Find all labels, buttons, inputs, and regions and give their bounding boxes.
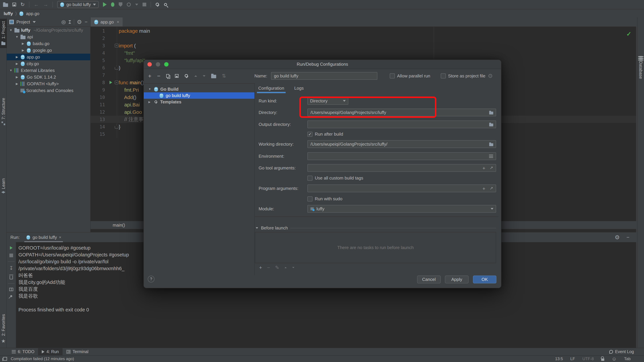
expand-field-icon[interactable]: ↗ (490, 165, 493, 170)
run-tab-go-build-luffy[interactable]: go build luffy × (24, 232, 63, 242)
open-file-icon[interactable] (3, 3, 8, 7)
back-icon[interactable]: ← (34, 2, 39, 7)
context-function[interactable]: main() (113, 223, 125, 228)
sidebar-item-database[interactable]: Database (638, 17, 644, 79)
tree-item-google-go[interactable]: ▶google.go (7, 47, 90, 54)
expander-icon[interactable]: ▶ (15, 62, 19, 65)
expander-icon[interactable]: ▶ (15, 75, 19, 79)
name-input[interactable] (271, 72, 377, 80)
coverage-icon[interactable] (119, 2, 122, 7)
expander-icon[interactable]: ▼ (148, 88, 152, 91)
expander-icon[interactable]: ▼ (9, 69, 13, 72)
close-tab-icon[interactable]: × (117, 19, 119, 24)
before-launch-title[interactable]: Before launch (261, 225, 288, 231)
collapse-all-icon[interactable] (68, 20, 71, 24)
fold-collapse-icon[interactable]: − (115, 44, 118, 47)
before-launch-task-list[interactable]: There are no tasks to run before launch (255, 232, 496, 263)
sidebar-item-structure[interactable]: 7: Structure (0, 98, 7, 125)
expander-icon[interactable]: ▶ (21, 48, 25, 52)
code-line-2[interactable]: 2 (90, 34, 636, 42)
sidebar-item-favorites[interactable]: 2: Favorites ★ (0, 314, 7, 344)
run-button-icon[interactable] (103, 2, 107, 7)
checkbox-checked[interactable]: ✓ (308, 132, 312, 137)
unlock-icon[interactable] (601, 359, 604, 361)
profiler-icon[interactable] (127, 2, 131, 6)
edit-templates-icon[interactable] (184, 74, 189, 78)
toggle-tool-windows-icon[interactable] (3, 357, 7, 361)
tree-item-scratches-and-consoles[interactable]: Scratches and Consoles (7, 87, 90, 94)
settings-wrench-icon[interactable] (155, 2, 160, 7)
copy-configuration-icon[interactable] (166, 74, 169, 78)
pin-tab-icon[interactable] (10, 295, 13, 298)
fold-end-icon[interactable] (115, 125, 118, 129)
tab-app-go[interactable]: app.go × (90, 17, 122, 26)
add-task-icon[interactable]: + (259, 265, 262, 271)
checkbox-unchecked[interactable] (308, 196, 312, 201)
config-tree-item-templates[interactable]: ▶Templates (144, 99, 254, 105)
expander-icon[interactable]: ▶ (15, 55, 19, 59)
debug-icon[interactable] (111, 2, 114, 7)
output-directory-input[interactable] (308, 120, 496, 128)
save-all-icon[interactable] (12, 3, 16, 6)
tree-item-luffy[interactable]: ▼luffy~/GolangProjects/src/luffy (7, 27, 90, 33)
tree-item-gopath-luffy-[interactable]: ▶GOPATH <luffy> (7, 80, 90, 87)
directory-input[interactable] (308, 109, 496, 116)
save-configuration-icon[interactable] (175, 74, 178, 78)
tool-window-terminal[interactable]: >_ Terminal (62, 348, 92, 355)
close-window-icon[interactable] (148, 62, 152, 66)
forward-icon[interactable]: → (43, 2, 48, 7)
stop-icon[interactable] (142, 3, 146, 6)
sync-icon[interactable]: ↻ (20, 2, 25, 7)
expander-icon[interactable]: ▼ (9, 28, 13, 32)
checkbox-unchecked[interactable] (441, 73, 446, 78)
expander-icon[interactable]: ▶ (148, 100, 152, 104)
restore-layout-icon[interactable] (9, 288, 13, 291)
locate-file-icon[interactable]: ◎ (62, 19, 66, 24)
caret-position[interactable]: 13:5 (555, 357, 563, 361)
remove-configuration-icon[interactable]: − (157, 73, 160, 79)
code-line-1[interactable]: 1package main (90, 27, 636, 34)
hide-run-panel-icon[interactable]: − (626, 235, 630, 240)
run-with-sudo-checkbox[interactable]: Run with sudo (308, 196, 342, 201)
working-directory-input[interactable] (308, 140, 496, 148)
code-line-3[interactable]: 3−import ( (90, 42, 636, 49)
hide-panel-icon[interactable]: − (84, 19, 88, 24)
cancel-button[interactable]: Cancel (417, 276, 441, 283)
stop-process-icon[interactable] (10, 254, 13, 257)
tree-item-city-go[interactable]: ▶city.go (7, 60, 90, 67)
scroll-to-end-icon[interactable]: ↧ (9, 266, 13, 271)
run-kind-dropdown[interactable]: Directory (308, 97, 348, 105)
project-settings-gear-icon[interactable]: ⚙ (77, 19, 82, 25)
allow-parallel-run-checkbox[interactable]: Allow parallel run (390, 73, 430, 79)
edit-environment-icon[interactable] (489, 155, 493, 158)
search-everywhere-icon[interactable] (164, 3, 167, 6)
config-tree-item-go-build-luffy[interactable]: go build luffy (144, 92, 254, 99)
reader-face-icon[interactable]: ☺ (612, 356, 617, 362)
checkbox-unchecked[interactable] (308, 176, 312, 181)
line-ending[interactable]: LF (570, 357, 575, 361)
create-folder-icon[interactable] (211, 75, 216, 78)
environment-input[interactable] (308, 152, 496, 160)
code-line-4[interactable]: 4 "fmt" (90, 49, 636, 57)
tab-configuration[interactable]: Configuration (258, 86, 284, 93)
breadcrumb-file[interactable]: app.go (26, 11, 40, 16)
sidebar-item-project[interactable]: 1: Project (0, 19, 7, 48)
move-up-icon[interactable] (194, 75, 197, 77)
store-options-gear-icon[interactable]: ⚙ (488, 73, 493, 79)
config-tree-item-go-build[interactable]: ▼Go Build (144, 86, 254, 92)
sidebar-item-learn[interactable]: Learn (0, 178, 7, 193)
tree-item-app-go[interactable]: ▶app.go (7, 54, 90, 60)
insert-macro-icon[interactable]: + (482, 186, 485, 192)
tab-logs[interactable]: Logs (294, 86, 304, 93)
checkbox-unchecked[interactable] (390, 73, 395, 78)
expander-icon[interactable]: ▶ (15, 82, 19, 86)
tree-item-external-libraries[interactable]: ▼External Libraries (7, 67, 90, 74)
add-configuration-icon[interactable]: + (148, 73, 152, 79)
status-message[interactable]: Compilation failed (12 minutes ago) (11, 357, 74, 361)
run-after-build-checkbox[interactable]: ✓ Run after build (308, 132, 343, 137)
fold-end-icon[interactable] (115, 66, 118, 69)
browse-folder-icon[interactable] (489, 122, 494, 128)
collapse-section-icon[interactable] (256, 227, 258, 229)
minimize-window-icon[interactable] (156, 62, 160, 66)
go-tool-arguments-input[interactable] (308, 164, 496, 172)
